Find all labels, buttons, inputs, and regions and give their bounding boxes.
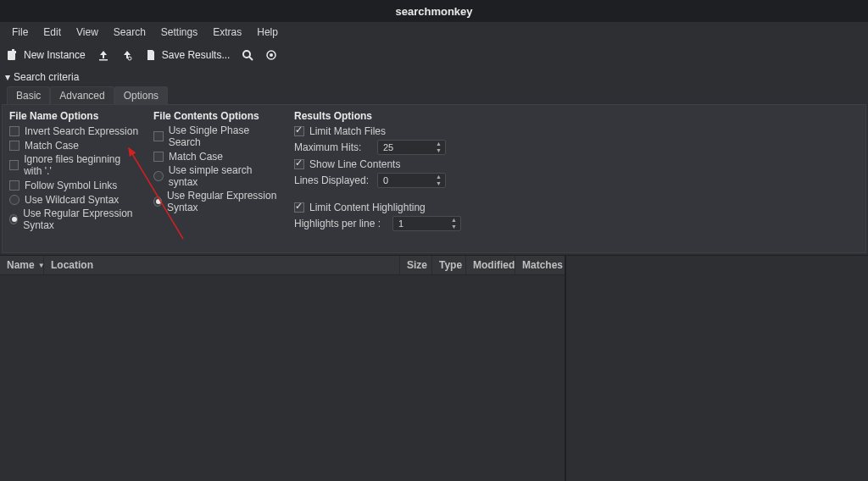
- results-area: Name ▼ Location Size Type Modified Match…: [0, 255, 868, 481]
- svg-point-8: [270, 53, 273, 57]
- tab-options[interactable]: Options: [114, 86, 168, 104]
- col-name-label: Name: [7, 259, 35, 271]
- toolbar: New Instance Save Results...: [0, 42, 868, 68]
- fc-regex-radio[interactable]: [153, 196, 162, 207]
- lines-displayed-down[interactable]: ▼: [432, 180, 445, 187]
- document-icon: [145, 49, 157, 61]
- search-icon: [242, 49, 253, 61]
- svg-rect-2: [10, 51, 16, 53]
- fc-match-case-checkbox[interactable]: [153, 152, 164, 162]
- max-hits-value: 25: [378, 142, 432, 152]
- results-table-body[interactable]: [0, 275, 565, 481]
- fn-regex-label: Use Regular Expression Syntax: [23, 207, 140, 231]
- svg-rect-3: [99, 59, 108, 61]
- col-name[interactable]: Name ▼: [0, 256, 44, 274]
- single-phase-label: Use Single Phase Search: [169, 124, 281, 148]
- max-hits-spinner[interactable]: 25 ▲▼: [377, 140, 446, 155]
- simple-syntax-radio[interactable]: [153, 171, 164, 181]
- limit-match-label: Limit Match Files: [309, 125, 386, 137]
- menubar: File Edit View Search Settings Extras He…: [0, 22, 868, 42]
- results-table-pane: Name ▼ Location Size Type Modified Match…: [0, 256, 566, 481]
- lines-displayed-spinner[interactable]: 0 ▲▼: [377, 173, 446, 188]
- svg-line-6: [249, 57, 253, 60]
- lines-displayed-value: 0: [378, 175, 432, 185]
- export-button[interactable]: [121, 49, 133, 61]
- svg-point-5: [243, 51, 250, 58]
- invert-search-checkbox[interactable]: [9, 126, 19, 136]
- max-hits-down[interactable]: ▼: [432, 147, 445, 154]
- ignore-dot-checkbox[interactable]: [9, 160, 19, 170]
- col-location[interactable]: Location: [44, 256, 400, 274]
- results-header-row: Name ▼ Location Size Type Modified Match…: [0, 256, 565, 275]
- col-size[interactable]: Size: [400, 256, 432, 274]
- menu-settings[interactable]: Settings: [154, 24, 204, 41]
- col-modified[interactable]: Modified: [466, 256, 515, 274]
- menu-edit[interactable]: Edit: [36, 24, 68, 41]
- simple-syntax-label: Use simple search syntax: [169, 164, 281, 188]
- criteria-tabs: Basic Advanced Options: [0, 86, 868, 104]
- invert-search-label: Invert Search Expression: [25, 125, 138, 137]
- fc-regex-label: Use Regular Expression Syntax: [167, 190, 281, 213]
- menu-help[interactable]: Help: [250, 24, 285, 41]
- svg-point-4: [128, 57, 131, 60]
- menu-view[interactable]: View: [70, 24, 105, 41]
- file-contents-options-title: File Contents Options: [153, 110, 281, 122]
- menu-file[interactable]: File: [5, 24, 35, 41]
- file-name-options-group: File Name Options Invert Search Expressi…: [9, 110, 147, 246]
- target-button[interactable]: [265, 49, 277, 61]
- new-instance-label: New Instance: [24, 49, 86, 61]
- menu-search[interactable]: Search: [107, 24, 153, 41]
- highlights-down[interactable]: ▼: [448, 224, 460, 230]
- search-criteria-header[interactable]: ▾ Search criteria: [0, 68, 868, 86]
- tab-basic[interactable]: Basic: [7, 86, 50, 104]
- follow-symlinks-checkbox[interactable]: [9, 180, 19, 191]
- highlights-up[interactable]: ▲: [448, 217, 460, 224]
- follow-symlinks-label: Follow Symbol Links: [25, 180, 117, 191]
- window-title: searchmonkey: [395, 5, 472, 18]
- wildcard-radio[interactable]: [9, 195, 19, 205]
- limit-match-checkbox[interactable]: [294, 126, 304, 136]
- upload-button[interactable]: [97, 49, 109, 61]
- target-icon: [265, 49, 277, 61]
- highlights-label: Highlights per line :: [294, 218, 386, 229]
- menu-extras[interactable]: Extras: [206, 24, 248, 41]
- new-instance-icon: [7, 49, 19, 61]
- window-titlebar: searchmonkey: [0, 0, 868, 22]
- limit-highlight-checkbox[interactable]: [294, 202, 304, 213]
- show-line-checkbox[interactable]: [294, 159, 304, 169]
- file-contents-options-group: File Contents Options Use Single Phase S…: [153, 110, 287, 246]
- highlights-value: 1: [393, 218, 448, 229]
- col-type[interactable]: Type: [432, 256, 466, 274]
- export-icon: [121, 49, 133, 61]
- options-panel: File Name Options Invert Search Expressi…: [2, 104, 866, 253]
- file-name-options-title: File Name Options: [9, 110, 140, 122]
- fn-regex-radio[interactable]: [9, 214, 18, 224]
- show-line-label: Show Line Contents: [309, 158, 400, 170]
- fc-match-case-label: Match Case: [169, 151, 223, 163]
- max-hits-label: Maximum Hits:: [294, 141, 370, 153]
- limit-highlight-label: Limit Content Highlighting: [309, 202, 426, 213]
- lines-displayed-up[interactable]: ▲: [432, 174, 445, 180]
- single-phase-checkbox[interactable]: [153, 131, 164, 141]
- preview-pane[interactable]: [566, 256, 868, 481]
- max-hits-up[interactable]: ▲: [432, 141, 445, 147]
- save-results-label: Save Results...: [162, 49, 231, 61]
- fn-match-case-checkbox[interactable]: [9, 141, 19, 151]
- results-options-title: Results Options: [294, 110, 437, 122]
- results-options-group: Results Options Limit Match Files Maximu…: [294, 110, 443, 246]
- search-button[interactable]: [242, 49, 253, 61]
- lines-displayed-label: Lines Displayed:: [294, 174, 370, 186]
- new-instance-button[interactable]: New Instance: [7, 49, 86, 61]
- expand-icon: ▾: [5, 71, 10, 83]
- search-criteria-label: Search criteria: [14, 71, 79, 83]
- save-results-button[interactable]: Save Results...: [145, 49, 231, 61]
- fn-match-case-label: Match Case: [25, 140, 79, 152]
- wildcard-label: Use Wildcard Syntax: [25, 194, 119, 206]
- col-matches[interactable]: Matches: [515, 256, 565, 274]
- highlights-spinner[interactable]: 1 ▲▼: [392, 216, 461, 231]
- tab-advanced[interactable]: Advanced: [50, 86, 114, 104]
- upload-icon: [97, 49, 109, 61]
- ignore-dot-label: Ignore files beginning with '.': [24, 153, 140, 177]
